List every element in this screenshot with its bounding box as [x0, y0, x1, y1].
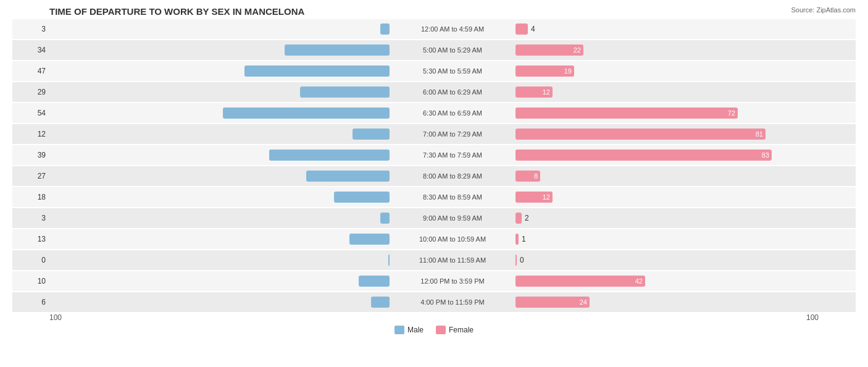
time-label: 5:30 AM to 5:59 AM	[391, 67, 514, 75]
female-bar: 72	[515, 108, 738, 119]
male-bar-container	[49, 232, 391, 247]
male-bar-container	[49, 253, 391, 268]
female-bar-container: 83	[514, 148, 856, 162]
male-bar	[223, 108, 390, 119]
female-bar-container: 12	[514, 85, 856, 99]
chart-row: 13 10:00 AM to 10:59 AM 1	[12, 229, 856, 249]
male-bar-container	[49, 190, 391, 205]
male-bar	[349, 234, 390, 245]
female-bar: 22	[515, 44, 583, 56]
female-bar: 42	[515, 276, 645, 287]
male-bar	[380, 213, 390, 224]
chart-row: 3 12:00 AM to 4:59 AM 4	[12, 19, 856, 39]
female-bar: 12	[515, 86, 553, 98]
female-bar: 83	[515, 150, 772, 161]
time-label: 8:00 AM to 8:29 AM	[391, 172, 514, 180]
male-bar	[371, 297, 390, 308]
time-label: 5:00 AM to 5:29 AM	[391, 46, 514, 54]
left-value: 29	[12, 88, 49, 96]
male-bar-container	[49, 22, 391, 36]
male-bar-container	[49, 127, 391, 141]
legend-male: Male	[394, 326, 424, 334]
female-bar-container: 1	[514, 232, 856, 247]
chart-row: 3 9:00 AM to 9:59 AM 2	[12, 208, 856, 228]
left-value: 47	[12, 67, 49, 75]
chart-row: 6 4:00 PM to 11:59 PM 24	[12, 292, 856, 312]
left-value: 18	[12, 193, 49, 201]
male-bar	[388, 255, 390, 266]
chart-row: 29 6:00 AM to 6:29 AM 12	[12, 82, 856, 102]
chart-row: 12 7:00 AM to 7:29 AM 81	[12, 124, 856, 144]
male-bar-container	[49, 211, 391, 226]
legend-female-label: Female	[449, 326, 474, 334]
female-bar-container: 8	[514, 169, 856, 184]
left-value: 10	[12, 277, 49, 285]
male-bar-container	[49, 85, 391, 99]
left-value: 27	[12, 172, 49, 180]
chart-row: 54 6:30 AM to 6:59 AM 72	[12, 103, 856, 123]
female-bar-container: 0	[514, 253, 856, 268]
female-bar: 19	[515, 65, 574, 77]
female-bar	[515, 213, 522, 224]
chart-row: 0 11:00 AM to 11:59 AM 0	[12, 250, 856, 270]
time-label: 9:00 AM to 9:59 AM	[391, 214, 514, 222]
source-label: Source: ZipAtlas.com	[791, 6, 856, 14]
female-bar: 8	[515, 171, 540, 182]
legend-female-box	[436, 326, 446, 334]
legend-male-box	[394, 326, 404, 334]
chart-title: TIME OF DEPARTURE TO WORK BY SEX IN MANC…	[12, 6, 856, 17]
male-bar-container	[49, 106, 391, 120]
male-bar	[380, 23, 390, 35]
axis-min: 100	[49, 313, 62, 322]
female-bar-container: 2	[514, 211, 856, 226]
male-bar	[306, 171, 390, 182]
male-bar	[269, 150, 390, 161]
chart-row: 39 7:30 AM to 7:59 AM 83	[12, 145, 856, 165]
male-bar	[353, 129, 390, 140]
female-bar: 24	[515, 297, 590, 308]
male-bar	[244, 65, 390, 77]
female-bar-container: 19	[514, 64, 856, 78]
time-label: 11:00 AM to 11:59 AM	[391, 256, 514, 264]
female-bar-container: 22	[514, 43, 856, 57]
male-bar-container	[49, 274, 391, 289]
female-bar: 81	[515, 129, 766, 140]
time-label: 10:00 AM to 10:59 AM	[391, 235, 514, 243]
time-label: 4:00 PM to 11:59 PM	[391, 298, 514, 306]
male-bar	[285, 44, 390, 56]
chart-row: 34 5:00 AM to 5:29 AM 22	[12, 40, 856, 60]
female-bar-container: 81	[514, 127, 856, 141]
chart-row: 27 8:00 AM to 8:29 AM 8	[12, 166, 856, 186]
female-bar-container: 12	[514, 190, 856, 205]
time-label: 7:30 AM to 7:59 AM	[391, 151, 514, 159]
male-bar	[300, 86, 390, 98]
female-bar-container: 42	[514, 274, 856, 289]
male-bar-container	[49, 148, 391, 162]
male-bar-container	[49, 169, 391, 184]
male-bar-container	[49, 64, 391, 78]
left-value: 34	[12, 46, 49, 54]
chart-row: 47 5:30 AM to 5:59 AM 19	[12, 61, 856, 81]
time-label: 6:30 AM to 6:59 AM	[391, 109, 514, 117]
time-label: 12:00 PM to 3:59 PM	[391, 277, 514, 285]
left-value: 12	[12, 130, 49, 138]
legend-female: Female	[436, 326, 474, 334]
left-value: 0	[12, 256, 49, 264]
time-label: 8:30 AM to 8:59 AM	[391, 193, 514, 201]
male-bar	[334, 192, 390, 203]
female-bar-container: 4	[514, 22, 856, 36]
axis-max: 100	[806, 313, 819, 322]
male-bar-container	[49, 295, 391, 310]
legend-male-label: Male	[407, 326, 424, 334]
left-value: 6	[12, 298, 49, 306]
male-bar-container	[49, 43, 391, 57]
chart-row: 10 12:00 PM to 3:59 PM 42	[12, 271, 856, 291]
male-bar	[359, 276, 390, 287]
time-label: 6:00 AM to 6:29 AM	[391, 88, 514, 96]
left-value: 54	[12, 109, 49, 117]
left-value: 13	[12, 235, 49, 243]
female-bar-container: 24	[514, 295, 856, 310]
female-bar: 12	[515, 192, 553, 203]
female-bar-container: 72	[514, 106, 856, 120]
female-bar	[515, 23, 528, 35]
